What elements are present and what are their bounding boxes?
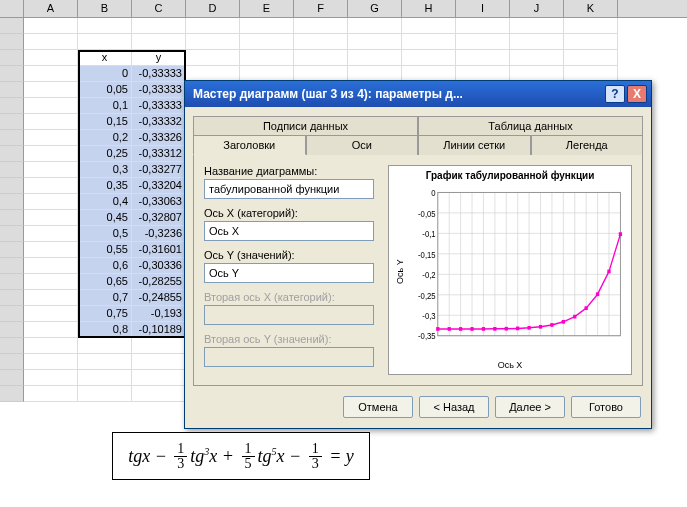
cell[interactable]: -0,33332: [132, 114, 186, 130]
row-header[interactable]: [0, 290, 24, 306]
cell[interactable]: [294, 18, 348, 34]
cell[interactable]: -0,33277: [132, 162, 186, 178]
cell[interactable]: -0,193: [132, 306, 186, 322]
cell[interactable]: 0,05: [78, 82, 132, 98]
cell[interactable]: 0,35: [78, 178, 132, 194]
cell[interactable]: -0,3236: [132, 226, 186, 242]
cell[interactable]: [24, 194, 78, 210]
input-x-axis[interactable]: [204, 221, 374, 241]
row-header[interactable]: [0, 226, 24, 242]
cell[interactable]: 0,3: [78, 162, 132, 178]
row-header[interactable]: [0, 66, 24, 82]
column-header-A[interactable]: A: [24, 0, 78, 17]
column-header-I[interactable]: I: [456, 0, 510, 17]
cell[interactable]: [24, 226, 78, 242]
cell[interactable]: [132, 338, 186, 354]
column-header-B[interactable]: B: [78, 0, 132, 17]
row-header[interactable]: [0, 82, 24, 98]
cell[interactable]: [24, 386, 78, 402]
cell[interactable]: [24, 370, 78, 386]
cell[interactable]: [294, 34, 348, 50]
cancel-button[interactable]: Отмена: [343, 396, 413, 418]
cell[interactable]: 0,25: [78, 146, 132, 162]
cell[interactable]: x: [78, 50, 132, 66]
cell[interactable]: [132, 18, 186, 34]
cell[interactable]: [564, 18, 618, 34]
column-header-E[interactable]: E: [240, 0, 294, 17]
select-all-corner[interactable]: [0, 0, 24, 17]
cell[interactable]: [78, 370, 132, 386]
cell[interactable]: [240, 34, 294, 50]
column-header-J[interactable]: J: [510, 0, 564, 17]
row-header[interactable]: [0, 114, 24, 130]
cell[interactable]: [348, 34, 402, 50]
finish-button[interactable]: Готово: [571, 396, 641, 418]
cell[interactable]: [456, 50, 510, 66]
cell[interactable]: [24, 290, 78, 306]
cell[interactable]: [186, 50, 240, 66]
cell[interactable]: -0,33063: [132, 194, 186, 210]
row-header[interactable]: [0, 34, 24, 50]
cell[interactable]: [24, 18, 78, 34]
row-header[interactable]: [0, 50, 24, 66]
row-header[interactable]: [0, 130, 24, 146]
next-button[interactable]: Далее >: [495, 396, 565, 418]
cell[interactable]: [24, 178, 78, 194]
cell[interactable]: [402, 34, 456, 50]
row-header[interactable]: [0, 98, 24, 114]
cell[interactable]: 0,6: [78, 258, 132, 274]
input-y-axis[interactable]: [204, 263, 374, 283]
cell[interactable]: [24, 274, 78, 290]
row-header[interactable]: [0, 354, 24, 370]
cell[interactable]: [564, 34, 618, 50]
cell[interactable]: [294, 50, 348, 66]
cell[interactable]: y: [132, 50, 186, 66]
cell[interactable]: [78, 34, 132, 50]
cell[interactable]: [132, 354, 186, 370]
cell[interactable]: -0,10189: [132, 322, 186, 338]
cell[interactable]: [240, 50, 294, 66]
row-header[interactable]: [0, 242, 24, 258]
cell[interactable]: [510, 34, 564, 50]
dialog-titlebar[interactable]: Мастер диаграмм (шаг 3 из 4): параметры …: [185, 81, 651, 107]
cell[interactable]: [24, 146, 78, 162]
cell[interactable]: [24, 354, 78, 370]
cell[interactable]: [564, 50, 618, 66]
cell[interactable]: [24, 82, 78, 98]
cell[interactable]: [402, 18, 456, 34]
cell[interactable]: 0,2: [78, 130, 132, 146]
cell[interactable]: [24, 306, 78, 322]
cell[interactable]: [132, 386, 186, 402]
cell[interactable]: -0,30336: [132, 258, 186, 274]
cell[interactable]: [132, 370, 186, 386]
row-header[interactable]: [0, 162, 24, 178]
cell[interactable]: [24, 50, 78, 66]
cell[interactable]: -0,33333: [132, 98, 186, 114]
row-header[interactable]: [0, 146, 24, 162]
cell[interactable]: [24, 258, 78, 274]
cell[interactable]: 0,75: [78, 306, 132, 322]
cell[interactable]: 0,15: [78, 114, 132, 130]
row-header[interactable]: [0, 386, 24, 402]
cell[interactable]: [78, 338, 132, 354]
cell[interactable]: -0,33326: [132, 130, 186, 146]
cell[interactable]: 0,4: [78, 194, 132, 210]
row-header[interactable]: [0, 210, 24, 226]
cell[interactable]: 0,5: [78, 226, 132, 242]
cell[interactable]: 0,7: [78, 290, 132, 306]
cell[interactable]: [456, 18, 510, 34]
cell[interactable]: -0,24855: [132, 290, 186, 306]
tab-1-top[interactable]: Таблица данных: [418, 116, 643, 135]
cell[interactable]: -0,33333: [132, 82, 186, 98]
cell[interactable]: -0,28255: [132, 274, 186, 290]
help-button[interactable]: ?: [605, 85, 625, 103]
cell[interactable]: 0: [78, 66, 132, 82]
cell[interactable]: [24, 114, 78, 130]
row-header[interactable]: [0, 194, 24, 210]
cell[interactable]: -0,33204: [132, 178, 186, 194]
cell[interactable]: [24, 34, 78, 50]
tab-2-bot[interactable]: Линии сетки: [418, 135, 531, 155]
cell[interactable]: 0,55: [78, 242, 132, 258]
row-header[interactable]: [0, 274, 24, 290]
row-header[interactable]: [0, 18, 24, 34]
